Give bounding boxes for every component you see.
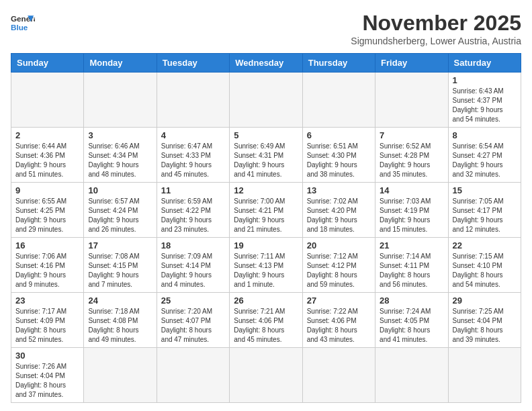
calendar-day-cell: 19Sunrise: 7:11 AM Sunset: 4:13 PM Dayli… bbox=[230, 238, 302, 293]
day-number: 6 bbox=[307, 130, 371, 140]
calendar-week-5: 23Sunrise: 7:17 AM Sunset: 4:09 PM Dayli… bbox=[11, 293, 521, 348]
weekday-header-sunday: Sunday bbox=[11, 54, 84, 73]
day-sun-info: Sunrise: 6:49 AM Sunset: 4:31 PM Dayligh… bbox=[234, 142, 298, 179]
calendar-week-2: 2Sunrise: 6:44 AM Sunset: 4:36 PM Daylig… bbox=[11, 128, 521, 183]
weekday-header-wednesday: Wednesday bbox=[230, 54, 302, 73]
calendar-day-cell: 9Sunrise: 6:55 AM Sunset: 4:25 PM Daylig… bbox=[11, 183, 84, 238]
day-sun-info: Sunrise: 7:11 AM Sunset: 4:13 PM Dayligh… bbox=[234, 252, 298, 289]
day-number: 30 bbox=[15, 351, 79, 361]
calendar-day-cell: 17Sunrise: 7:08 AM Sunset: 4:15 PM Dayli… bbox=[84, 238, 157, 293]
day-sun-info: Sunrise: 6:43 AM Sunset: 4:37 PM Dayligh… bbox=[453, 87, 517, 124]
day-sun-info: Sunrise: 7:14 AM Sunset: 4:11 PM Dayligh… bbox=[380, 252, 443, 289]
calendar-day-cell: 22Sunrise: 7:15 AM Sunset: 4:10 PM Dayli… bbox=[448, 238, 521, 293]
day-sun-info: Sunrise: 7:12 AM Sunset: 4:12 PM Dayligh… bbox=[307, 252, 371, 289]
day-sun-info: Sunrise: 7:15 AM Sunset: 4:10 PM Dayligh… bbox=[453, 252, 517, 289]
calendar-day-cell bbox=[84, 348, 157, 403]
day-number: 5 bbox=[234, 130, 298, 140]
day-sun-info: Sunrise: 7:00 AM Sunset: 4:21 PM Dayligh… bbox=[234, 197, 298, 234]
day-number: 13 bbox=[307, 185, 371, 195]
day-sun-info: Sunrise: 6:55 AM Sunset: 4:25 PM Dayligh… bbox=[15, 197, 79, 234]
day-sun-info: Sunrise: 7:21 AM Sunset: 4:06 PM Dayligh… bbox=[234, 307, 298, 345]
day-number: 16 bbox=[15, 240, 79, 250]
month-year-title: November 2025 bbox=[351, 11, 521, 36]
day-number: 2 bbox=[15, 130, 79, 140]
day-number: 8 bbox=[453, 130, 517, 140]
day-sun-info: Sunrise: 6:54 AM Sunset: 4:27 PM Dayligh… bbox=[453, 142, 517, 179]
weekday-header-monday: Monday bbox=[84, 54, 157, 73]
calendar-day-cell: 16Sunrise: 7:06 AM Sunset: 4:16 PM Dayli… bbox=[11, 238, 84, 293]
calendar-day-cell: 20Sunrise: 7:12 AM Sunset: 4:12 PM Dayli… bbox=[302, 238, 375, 293]
day-sun-info: Sunrise: 7:08 AM Sunset: 4:15 PM Dayligh… bbox=[88, 252, 152, 289]
calendar-day-cell: 26Sunrise: 7:21 AM Sunset: 4:06 PM Dayli… bbox=[230, 293, 302, 348]
day-number: 10 bbox=[88, 185, 152, 195]
calendar-day-cell: 18Sunrise: 7:09 AM Sunset: 4:14 PM Dayli… bbox=[157, 238, 229, 293]
calendar-day-cell: 21Sunrise: 7:14 AM Sunset: 4:11 PM Dayli… bbox=[375, 238, 448, 293]
calendar-week-4: 16Sunrise: 7:06 AM Sunset: 4:16 PM Dayli… bbox=[11, 238, 521, 293]
logo-icon: General Blue bbox=[11, 11, 35, 35]
day-sun-info: Sunrise: 6:46 AM Sunset: 4:34 PM Dayligh… bbox=[88, 142, 152, 179]
day-sun-info: Sunrise: 7:24 AM Sunset: 4:05 PM Dayligh… bbox=[380, 307, 443, 345]
day-sun-info: Sunrise: 6:59 AM Sunset: 4:22 PM Dayligh… bbox=[161, 197, 225, 234]
location-subtitle: Sigmundsherberg, Lower Austria, Austria bbox=[351, 36, 521, 46]
calendar-week-6: 30Sunrise: 7:26 AM Sunset: 4:04 PM Dayli… bbox=[11, 348, 521, 403]
day-number: 3 bbox=[88, 130, 152, 140]
day-sun-info: Sunrise: 7:22 AM Sunset: 4:06 PM Dayligh… bbox=[307, 307, 371, 345]
day-number: 29 bbox=[453, 295, 517, 306]
calendar-day-cell bbox=[230, 73, 302, 128]
calendar-day-cell: 13Sunrise: 7:02 AM Sunset: 4:20 PM Dayli… bbox=[302, 183, 375, 238]
weekday-header-thursday: Thursday bbox=[302, 54, 375, 73]
day-number: 11 bbox=[161, 185, 225, 195]
day-number: 9 bbox=[15, 185, 79, 195]
day-sun-info: Sunrise: 7:20 AM Sunset: 4:07 PM Dayligh… bbox=[161, 307, 225, 345]
day-number: 1 bbox=[453, 75, 517, 85]
day-number: 7 bbox=[380, 130, 443, 140]
weekday-header-tuesday: Tuesday bbox=[157, 54, 229, 73]
calendar-week-3: 9Sunrise: 6:55 AM Sunset: 4:25 PM Daylig… bbox=[11, 183, 521, 238]
calendar-day-cell: 25Sunrise: 7:20 AM Sunset: 4:07 PM Dayli… bbox=[157, 293, 229, 348]
calendar-day-cell bbox=[375, 348, 448, 403]
weekday-header-friday: Friday bbox=[375, 54, 448, 73]
day-sun-info: Sunrise: 7:17 AM Sunset: 4:09 PM Dayligh… bbox=[15, 307, 79, 345]
calendar-day-cell bbox=[157, 73, 229, 128]
calendar-day-cell: 12Sunrise: 7:00 AM Sunset: 4:21 PM Dayli… bbox=[230, 183, 302, 238]
day-sun-info: Sunrise: 6:57 AM Sunset: 4:24 PM Dayligh… bbox=[88, 197, 152, 234]
day-sun-info: Sunrise: 7:26 AM Sunset: 4:04 PM Dayligh… bbox=[15, 362, 79, 400]
calendar-day-cell: 11Sunrise: 6:59 AM Sunset: 4:22 PM Dayli… bbox=[157, 183, 229, 238]
day-number: 24 bbox=[88, 295, 152, 306]
day-number: 17 bbox=[88, 240, 152, 250]
day-number: 23 bbox=[15, 295, 79, 306]
day-number: 20 bbox=[307, 240, 371, 250]
calendar-day-cell: 5Sunrise: 6:49 AM Sunset: 4:31 PM Daylig… bbox=[230, 128, 302, 183]
calendar-day-cell bbox=[84, 73, 157, 128]
calendar-day-cell bbox=[302, 73, 375, 128]
day-number: 4 bbox=[161, 130, 225, 140]
calendar-day-cell bbox=[302, 348, 375, 403]
day-number: 18 bbox=[161, 240, 225, 250]
calendar-day-cell: 10Sunrise: 6:57 AM Sunset: 4:24 PM Dayli… bbox=[84, 183, 157, 238]
day-number: 21 bbox=[380, 240, 443, 250]
calendar-day-cell: 1Sunrise: 6:43 AM Sunset: 4:37 PM Daylig… bbox=[448, 73, 521, 128]
calendar-day-cell: 8Sunrise: 6:54 AM Sunset: 4:27 PM Daylig… bbox=[448, 128, 521, 183]
day-number: 14 bbox=[380, 185, 443, 195]
calendar-day-cell bbox=[230, 348, 302, 403]
calendar-day-cell: 3Sunrise: 6:46 AM Sunset: 4:34 PM Daylig… bbox=[84, 128, 157, 183]
day-number: 22 bbox=[453, 240, 517, 250]
day-sun-info: Sunrise: 7:09 AM Sunset: 4:14 PM Dayligh… bbox=[161, 252, 225, 289]
calendar-day-cell: 23Sunrise: 7:17 AM Sunset: 4:09 PM Dayli… bbox=[11, 293, 84, 348]
title-area: November 2025 Sigmundsherberg, Lower Aus… bbox=[351, 11, 521, 46]
calendar-day-cell bbox=[157, 348, 229, 403]
day-number: 27 bbox=[307, 295, 371, 306]
day-sun-info: Sunrise: 6:44 AM Sunset: 4:36 PM Dayligh… bbox=[15, 142, 79, 179]
logo: General Blue bbox=[11, 11, 35, 35]
day-number: 25 bbox=[161, 295, 225, 306]
day-number: 26 bbox=[234, 295, 298, 306]
calendar-table: SundayMondayTuesdayWednesdayThursdayFrid… bbox=[11, 53, 521, 403]
calendar-day-cell: 27Sunrise: 7:22 AM Sunset: 4:06 PM Dayli… bbox=[302, 293, 375, 348]
day-sun-info: Sunrise: 7:05 AM Sunset: 4:17 PM Dayligh… bbox=[453, 197, 517, 234]
day-sun-info: Sunrise: 7:25 AM Sunset: 4:04 PM Dayligh… bbox=[453, 307, 517, 345]
calendar-day-cell bbox=[375, 73, 448, 128]
calendar-day-cell: 4Sunrise: 6:47 AM Sunset: 4:33 PM Daylig… bbox=[157, 128, 229, 183]
calendar-day-cell: 7Sunrise: 6:52 AM Sunset: 4:28 PM Daylig… bbox=[375, 128, 448, 183]
calendar-day-cell: 30Sunrise: 7:26 AM Sunset: 4:04 PM Dayli… bbox=[11, 348, 84, 403]
calendar-day-cell: 14Sunrise: 7:03 AM Sunset: 4:19 PM Dayli… bbox=[375, 183, 448, 238]
